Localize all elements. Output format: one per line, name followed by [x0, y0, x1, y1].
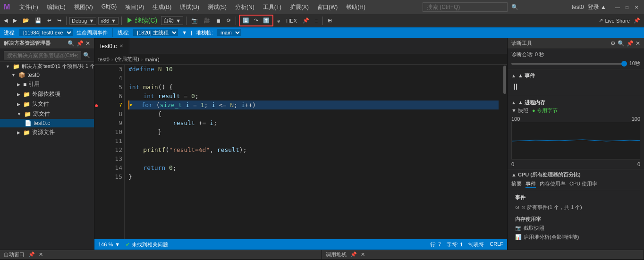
diag-pin-icon[interactable]: 📌: [627, 40, 634, 47]
cpu-tab-memory[interactable]: 内存使用率: [540, 180, 566, 188]
stack-selector[interactable]: main: [217, 29, 241, 36]
toolbar-hex[interactable]: HEX: [284, 17, 299, 25]
sidebar-title-text: 解决方案资源管理器: [4, 40, 51, 47]
sidebar-pin-icon[interactable]: 📌: [76, 40, 84, 47]
memory-tab-private[interactable]: ● 专用字节: [532, 107, 558, 114]
call-stack-pin[interactable]: 📌: [350, 252, 357, 258]
menu-project[interactable]: 项目(P): [121, 2, 148, 12]
toolbar-forward[interactable]: ▶: [11, 17, 19, 25]
config-dropdown[interactable]: Debug ▼: [69, 17, 96, 25]
toolbar-thread[interactable]: ⎈: [275, 17, 282, 25]
auto-window-pin[interactable]: 📌: [28, 252, 35, 258]
events-all-row[interactable]: ⊙ ⊙ 所有事件(1 个，共 1 个): [515, 203, 636, 212]
step-into-button[interactable]: ⬇️: [241, 17, 251, 25]
status-zoom[interactable]: 146 % ▼: [98, 242, 120, 247]
diag-close-icon[interactable]: ✕: [636, 40, 640, 47]
cpu-tab-cpu[interactable]: CPU 使用率: [569, 180, 597, 188]
file-label: test0.c: [34, 120, 50, 126]
tab-close-icon[interactable]: ✕: [119, 43, 123, 49]
menu-bar: 文件(F) 编辑(E) 视图(V) Git(G) 项目(P) 生成(B) 调试(…: [16, 2, 369, 12]
memory-collapse-icon[interactable]: ▲: [511, 100, 516, 105]
sidebar-close-icon[interactable]: ✕: [85, 40, 90, 47]
breadcrumb-project[interactable]: test0: [98, 57, 110, 62]
scrollbar-thumb[interactable]: [503, 66, 506, 94]
toolbar-undo[interactable]: ↩: [45, 17, 53, 25]
process-selector[interactable]: [11984] test0.exe: [19, 29, 73, 36]
toolbar-pin[interactable]: 📌: [632, 17, 642, 25]
editor-scrollbar[interactable]: [502, 65, 507, 239]
toolbar-save[interactable]: 💾: [33, 17, 43, 25]
cpu-title[interactable]: ▲ CPU (所有处理器的百分比): [511, 171, 640, 178]
minimize-button[interactable]: —: [614, 3, 621, 11]
continue-button[interactable]: ▶ 继续(C): [125, 16, 159, 26]
cpu-tab-summary[interactable]: 摘要: [511, 180, 522, 188]
user-login[interactable]: 登录 ▲: [588, 3, 606, 11]
heap-row[interactable]: 📊 启用堆分析(会影响性能): [515, 234, 636, 241]
slider-track[interactable]: [511, 63, 627, 65]
menu-edit[interactable]: 编辑(E): [43, 2, 69, 12]
breakpoint-icon[interactable]: ●: [94, 101, 98, 109]
toolbar-reg[interactable]: ≡: [313, 17, 320, 25]
status-issues[interactable]: ✔ 未找到相关问题: [126, 241, 168, 248]
events-collapse-icon[interactable]: ▲: [511, 73, 516, 78]
tree-item-project[interactable]: ▼ 📦 test0: [0, 71, 94, 79]
filter-icon[interactable]: ▼: [182, 30, 187, 35]
auto-dropdown[interactable]: 自动 ▼: [161, 16, 183, 25]
diag-settings-icon[interactable]: ⚙: [610, 40, 616, 47]
toolbar-screenshot[interactable]: 📷: [189, 17, 200, 25]
step-over-button[interactable]: ↷: [252, 17, 260, 25]
menu-help[interactable]: 帮助(H): [342, 2, 369, 12]
global-search-input[interactable]: [423, 2, 508, 12]
snapshot-row[interactable]: 📷 截取快照: [515, 225, 636, 232]
tree-item-headers[interactable]: ▶ 📁 头文件: [0, 99, 94, 109]
zoom-dropdown[interactable]: ▼: [115, 242, 120, 247]
breadcrumb-func[interactable]: main(): [145, 57, 160, 62]
menu-debug[interactable]: 调试(D): [176, 2, 203, 12]
camera-icon: 📷: [515, 225, 522, 231]
thread-selector[interactable]: [1820] 主线程: [133, 29, 178, 36]
toolbar-redo[interactable]: ↪: [55, 17, 63, 25]
tab-test0c[interactable]: test0.c ✕: [94, 38, 129, 54]
tree-item-solution[interactable]: ▼ 📁 解决方案'test0'(1 个项目/共 1 个): [0, 62, 94, 71]
cpu-tab-events[interactable]: 事件: [525, 180, 536, 188]
memory-tab-snapshot[interactable]: ▼ 快照: [511, 107, 528, 114]
sidebar-search-btn[interactable]: 🔍: [83, 52, 90, 59]
menu-analyze[interactable]: 分析(N): [231, 2, 258, 12]
breadcrumb-scope[interactable]: (全局范围): [115, 56, 139, 63]
toolbar-layout[interactable]: ⊞: [326, 17, 334, 25]
call-stack-close[interactable]: ✕: [361, 252, 365, 258]
menu-view[interactable]: 视图(V): [70, 2, 97, 12]
time-slider[interactable]: 10秒: [511, 60, 640, 67]
toolbar-open[interactable]: 📂: [21, 17, 31, 25]
close-button[interactable]: ✕: [633, 3, 640, 11]
arch-dropdown[interactable]: x86 ▼: [98, 17, 119, 25]
toolbar-mem[interactable]: 📌: [301, 17, 311, 25]
tree-item-extdeps[interactable]: ▶ 📁 外部依赖项: [0, 89, 94, 99]
toolbar-back[interactable]: ◀: [2, 17, 9, 25]
tree-item-test0c[interactable]: 📄 test0.c: [0, 119, 94, 127]
tree-item-resources[interactable]: ▶ 📁 资源文件: [0, 127, 94, 137]
toolbar-stop[interactable]: ⏹: [214, 17, 223, 25]
menu-extensions[interactable]: 扩展(X): [286, 2, 313, 12]
code-line-8: {: [128, 109, 499, 118]
menu-file[interactable]: 文件(F): [16, 2, 42, 12]
menu-tools[interactable]: 工具(T): [259, 2, 285, 12]
code-content[interactable]: #define N 10 int main() { int result = 0…: [125, 65, 502, 239]
diag-zoom-in-icon[interactable]: 🔍: [618, 40, 625, 47]
sidebar-search-input[interactable]: [4, 51, 81, 59]
toolbar-cam[interactable]: 🎥: [202, 17, 212, 25]
toolbar-restart[interactable]: ⟳: [225, 17, 233, 25]
menu-window[interactable]: 窗口(W): [314, 2, 341, 12]
slider-thumb[interactable]: [621, 61, 627, 67]
step-out-button[interactable]: ⬆️: [261, 17, 271, 25]
tree-item-sources[interactable]: ▼ 📁 源文件: [0, 109, 94, 119]
live-share-button[interactable]: ↗ Live Share: [599, 17, 630, 24]
menu-build[interactable]: 生成(B): [149, 2, 175, 12]
menu-git[interactable]: Git(G): [98, 2, 121, 12]
sidebar-search-icon[interactable]: 🔍: [68, 40, 75, 47]
maximize-button[interactable]: □: [623, 3, 631, 11]
menu-test[interactable]: 测试(S): [204, 2, 230, 12]
tree-item-refs[interactable]: ▶ ■ 引用: [0, 79, 94, 89]
search-icon[interactable]: 🔍: [511, 4, 518, 10]
auto-window-close[interactable]: ✕: [39, 252, 43, 258]
